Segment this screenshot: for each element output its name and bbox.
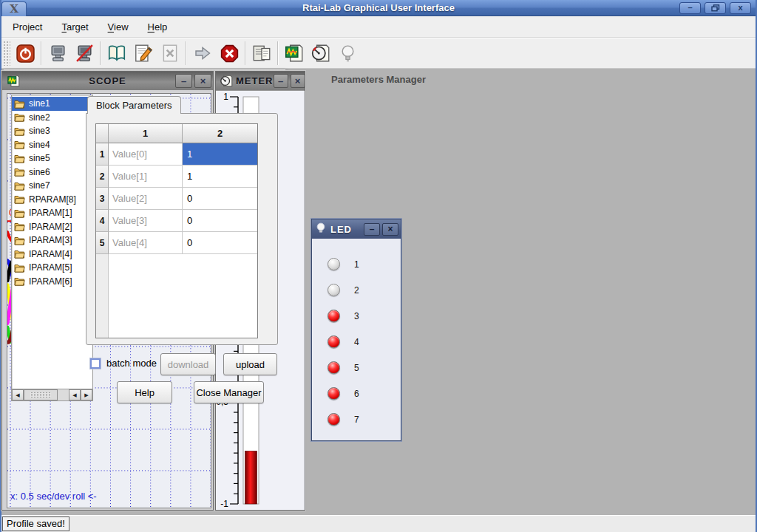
param-name-cell[interactable]: Value[0] [109,143,183,166]
param-name-cell[interactable]: Value[4] [109,232,183,254]
block-item-iparam6[interactable]: IPARAM[6] [12,275,92,289]
meter-minimize-button[interactable]: – [274,74,288,88]
edit-profile-icon[interactable] [130,40,157,66]
scroll-thumb[interactable] [24,389,58,400]
block-item-sine3[interactable]: sine3 [12,124,92,138]
toolbar-separator [100,41,101,65]
row-header[interactable]: 2 [96,166,109,188]
disconnect-target-icon[interactable] [71,40,98,66]
scope-window-icon[interactable] [281,40,308,66]
block-list-scrollbar[interactable]: ◀ ◀ ▶ [12,389,92,400]
block-item-label: sine2 [29,112,50,123]
block-item-sine7[interactable]: sine7 [12,179,92,193]
table-column-1[interactable]: 1 [109,124,183,143]
meter-titlebar[interactable]: METER – × [216,72,305,90]
table-column-2[interactable]: 2 [183,124,257,143]
delete-profile-icon[interactable] [157,40,183,66]
stop-icon[interactable] [216,40,242,66]
meter-window-icon [220,74,234,89]
block-item-iparam2[interactable]: IPARAM[2] [12,220,92,234]
led-label: 7 [354,415,359,425]
parameters-manager-icon[interactable] [248,40,275,66]
tab-block-parameters[interactable]: Block Parameters [87,96,181,114]
scroll-track[interactable] [58,389,69,400]
scope-titlebar[interactable]: SCOPE – × [2,72,213,90]
led-row-3: 3 [312,303,401,329]
open-profile-icon[interactable] [103,40,130,66]
block-item-sine4[interactable]: sine4 [12,138,92,152]
block-item-iparam1[interactable]: IPARAM[1] [12,206,92,220]
start-icon[interactable] [189,40,216,66]
meter-bar [245,451,257,504]
connect-target-icon[interactable] [44,40,71,66]
block-item-iparam3[interactable]: IPARAM[3] [12,233,92,248]
block-item-sine2[interactable]: sine2 [12,111,92,125]
minimize-button[interactable]: – [679,2,701,14]
batch-mode-checkbox[interactable] [90,358,101,369]
led-minimize-button[interactable]: – [364,223,380,236]
table-row: 2Value[1]1 [96,166,257,188]
param-name-cell[interactable]: Value[1] [109,166,183,188]
parameters-manager-window: Parameters Manager ?□× sine1sine2sine3si… [1,69,288,412]
scroll-left-arrow-2[interactable]: ◀ [69,389,81,400]
power-icon[interactable] [12,40,38,66]
toolbar-handle[interactable] [3,41,10,66]
meter-window-icon[interactable] [308,40,334,66]
led-1-off-icon [327,258,340,270]
upload-button[interactable]: upload [223,353,277,375]
block-item-sine5[interactable]: sine5 [12,151,92,166]
row-header[interactable]: 1 [96,143,109,166]
led-row-4: 4 [312,329,401,355]
close-button[interactable]: x [730,2,751,14]
toolbar-separator [186,41,187,65]
block-item-sine1[interactable]: sine1 [12,97,92,111]
block-item-iparam4[interactable]: IPARAM[4] [12,248,92,262]
toolbar-separator [245,41,246,65]
block-item-sine6[interactable]: sine6 [12,166,92,180]
led-titlebar[interactable]: LED – × [312,219,401,239]
param-name-cell[interactable]: Value[3] [109,210,183,232]
scope-minimize-button[interactable]: – [175,74,192,88]
menu-project[interactable]: Project [6,18,49,35]
table-row: 1Value[0]1 [96,143,257,166]
table-row: 4Value[3]0 [96,210,257,232]
led-label: 2 [354,285,359,296]
folder-icon [14,140,25,149]
block-item-label: IPARAM[3] [29,235,72,245]
status-message: Profile saved! [2,516,69,531]
download-button[interactable]: download [160,353,216,375]
main-window: X Rtai-Lab Graphical User Interface – x … [0,0,757,532]
led-close-button[interactable]: × [382,223,398,236]
close-manager-button[interactable]: Close Manager [194,381,264,403]
scroll-right-arrow[interactable]: ▶ [81,389,92,400]
led-body: 1234567 [312,239,401,440]
meter-close-button[interactable]: × [291,74,305,88]
param-value-cell[interactable]: 0 [183,232,257,254]
param-value-cell[interactable]: 1 [183,143,257,166]
menu-view[interactable]: View [101,18,135,35]
param-value-cell[interactable]: 0 [183,188,257,210]
folder-icon [14,222,25,231]
app-logo-letter: X [10,2,18,16]
folder-icon [14,112,25,122]
menu-target[interactable]: Target [55,18,95,35]
led-3-on-icon [327,310,340,322]
menu-help[interactable]: Help [141,18,174,35]
row-header[interactable]: 3 [96,188,109,210]
block-item-iparam5[interactable]: IPARAM[5] [12,261,92,275]
restore-button[interactable] [705,2,726,14]
scope-window-icon [6,74,21,89]
scroll-left-arrow[interactable]: ◀ [12,389,24,400]
block-item-label: sine3 [29,126,50,136]
block-item-rparam8[interactable]: RPARAM[8] [12,193,92,207]
app-logo-icon[interactable]: X [1,1,27,16]
param-name-cell[interactable]: Value[2] [109,188,183,210]
param-value-cell[interactable]: 0 [183,210,257,232]
row-header[interactable]: 5 [96,232,109,254]
folder-icon [14,99,25,109]
row-header[interactable]: 4 [96,210,109,232]
param-value-cell[interactable]: 1 [183,166,257,188]
scope-close-button[interactable]: × [194,74,211,88]
help-button[interactable]: Help [117,381,172,403]
led-window-icon[interactable] [334,40,361,66]
